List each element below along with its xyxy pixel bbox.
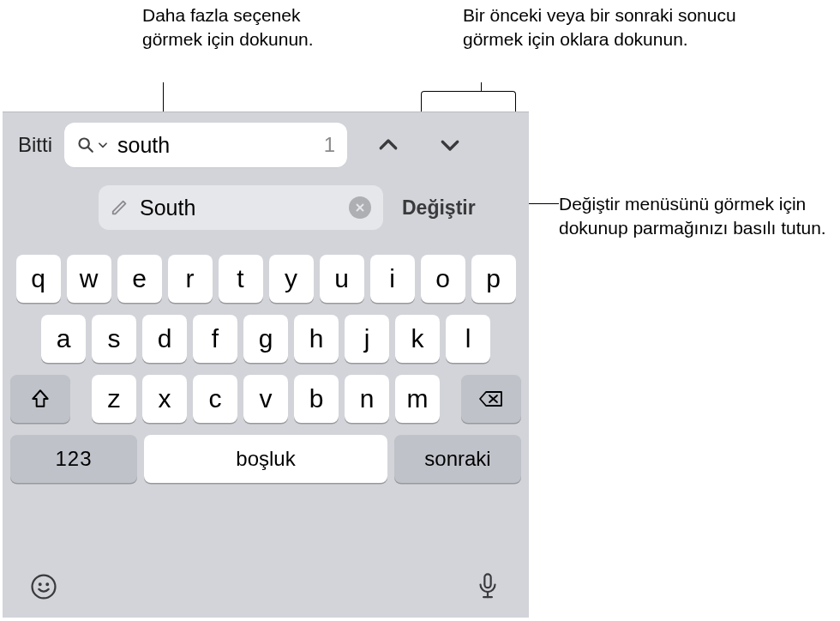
key-c[interactable]: c	[193, 375, 237, 423]
replace-field[interactable]: South	[99, 185, 383, 230]
shift-icon	[29, 388, 51, 410]
key-row-1: q w e r t y u i o p	[8, 255, 524, 303]
key-y[interactable]: y	[269, 255, 314, 303]
chevron-down-icon	[97, 139, 109, 151]
key-f[interactable]: f	[193, 315, 237, 363]
key-row-4: 123 boşluk sonraki	[8, 435, 524, 483]
callout-more-options: Daha fazla seçenek görmek için dokunun.	[142, 3, 357, 52]
search-options-icon[interactable]	[76, 136, 109, 154]
chevron-up-icon	[375, 132, 401, 158]
emoji-icon	[29, 572, 58, 601]
replace-button[interactable]: Değiştir	[402, 196, 476, 220]
close-icon	[354, 202, 366, 214]
key-j[interactable]: j	[345, 315, 389, 363]
key-v[interactable]: v	[243, 375, 288, 423]
space-key[interactable]: boşluk	[144, 435, 387, 483]
pencil-icon	[111, 198, 129, 217]
key-l[interactable]: l	[446, 315, 490, 363]
keyboard-bottom-row	[3, 561, 529, 612]
key-k[interactable]: k	[395, 315, 440, 363]
key-d[interactable]: d	[142, 315, 187, 363]
callout-bracket	[421, 91, 516, 99]
search-result-count: 1	[324, 133, 335, 157]
svg-line-1	[88, 148, 93, 152]
backspace-icon	[478, 388, 504, 410]
callout-arrows: Bir önceki veya bir sonraki sonucu görme…	[463, 3, 746, 52]
key-h[interactable]: h	[294, 315, 339, 363]
clear-button[interactable]	[349, 196, 371, 219]
key-row-3: z x c v b n m	[8, 375, 524, 423]
key-s[interactable]: s	[92, 315, 136, 363]
dictation-button[interactable]	[471, 570, 505, 604]
next-result-button[interactable]	[429, 124, 471, 166]
key-p[interactable]: p	[471, 255, 516, 303]
find-toolbar: Bitti south 1	[3, 112, 529, 178]
key-row-2: a s d f g h j k l	[8, 315, 524, 363]
search-icon	[76, 136, 95, 154]
svg-point-8	[46, 583, 48, 585]
prev-result-button[interactable]	[368, 124, 409, 166]
numbers-key[interactable]: 123	[10, 435, 137, 483]
key-b[interactable]: b	[294, 375, 339, 423]
search-field[interactable]: south 1	[64, 123, 347, 167]
key-i[interactable]: i	[370, 255, 415, 303]
key-m[interactable]: m	[395, 375, 440, 423]
replace-input-value: South	[140, 196, 349, 220]
replace-row: South Değiştir	[3, 179, 529, 236]
shift-key[interactable]	[10, 375, 70, 423]
svg-point-7	[39, 583, 41, 585]
key-o[interactable]: o	[421, 255, 465, 303]
keyboard-panel: Bitti south 1	[3, 112, 529, 618]
svg-rect-9	[484, 574, 490, 588]
key-x[interactable]: x	[142, 375, 187, 423]
svg-point-6	[33, 576, 56, 599]
key-n[interactable]: n	[345, 375, 389, 423]
key-a[interactable]: a	[41, 315, 86, 363]
onscreen-keyboard: q w e r t y u i o p a s d f g h j k l	[3, 246, 529, 618]
mic-icon	[475, 572, 501, 601]
callout-line	[481, 82, 482, 91]
key-w[interactable]: w	[67, 255, 111, 303]
key-e[interactable]: e	[117, 255, 162, 303]
key-z[interactable]: z	[92, 375, 136, 423]
key-q[interactable]: q	[16, 255, 61, 303]
next-key[interactable]: sonraki	[394, 435, 521, 483]
key-r[interactable]: r	[168, 255, 213, 303]
done-button[interactable]: Bitti	[18, 133, 52, 157]
chevron-down-icon	[437, 132, 463, 158]
backspace-key[interactable]	[461, 375, 521, 423]
search-input-value: south	[117, 133, 324, 158]
callout-replace-hold: Değiştir menüsünü görmek için dokunup pa…	[559, 192, 833, 241]
key-u[interactable]: u	[320, 255, 364, 303]
emoji-button[interactable]	[27, 570, 61, 604]
key-t[interactable]: t	[219, 255, 263, 303]
key-g[interactable]: g	[243, 315, 288, 363]
